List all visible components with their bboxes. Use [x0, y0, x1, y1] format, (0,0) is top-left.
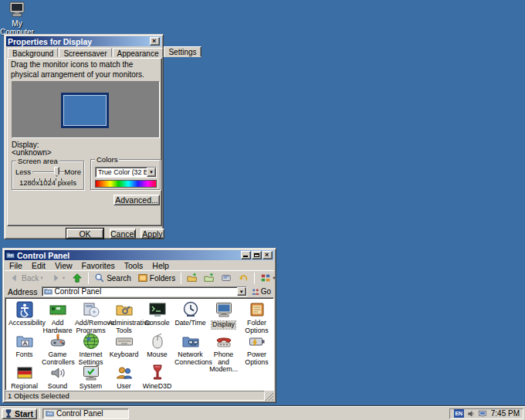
go-button[interactable]: Go: [249, 286, 273, 297]
toolbar-separator: [181, 273, 181, 284]
resize-grip[interactable]: [265, 392, 274, 401]
item-label: Date/Time: [174, 320, 207, 327]
control-panel-item-add-hardware[interactable]: Add Hardware: [41, 300, 74, 332]
slider-more-label: More: [64, 168, 81, 176]
resolution-slider[interactable]: [32, 166, 65, 178]
menu-favorites[interactable]: Favorites: [77, 261, 120, 270]
taskbar: Start Control Panel EN 7:45 PM: [0, 406, 525, 420]
cancel-button[interactable]: Cancel: [110, 229, 136, 239]
control-panel-item-internet-settings[interactable]: Internet Settings: [74, 332, 107, 364]
regional-options-icon: [15, 364, 34, 382]
monitor-arrangement-preview[interactable]: [12, 81, 160, 138]
close-button[interactable]: ×: [150, 37, 160, 46]
menu-edit[interactable]: Edit: [27, 261, 50, 270]
address-input[interactable]: Control Panel ▼: [42, 286, 247, 296]
tab-screensaver[interactable]: Screensaver: [59, 48, 111, 57]
control-panel-item-admin-tools[interactable]: Administrative Tools: [107, 300, 141, 332]
language-indicator[interactable]: EN: [454, 409, 464, 418]
colors-group: Colors True Color (32 Bit) ▼: [90, 159, 161, 190]
monitor-thumbnail[interactable]: [61, 93, 109, 128]
control-panel-item-mouse[interactable]: Mouse: [141, 332, 174, 364]
copy-to-icon: [204, 273, 215, 283]
task-button-control-panel[interactable]: Control Panel: [42, 408, 129, 419]
control-panel-item-regional-options[interactable]: Regional Options: [8, 364, 41, 391]
control-panel-item-wined3d-options[interactable]: WineD3D Options: [141, 364, 174, 391]
undo-button[interactable]: [235, 272, 252, 285]
item-label: System: [74, 383, 107, 391]
dialog-titlebar[interactable]: Properties for Display ×: [6, 36, 161, 46]
views-button[interactable]: ▼: [257, 272, 279, 285]
back-icon: [9, 273, 20, 283]
control-panel-item-network-connections[interactable]: Network Connections: [174, 332, 207, 364]
status-text: 1 Objects Selected: [5, 391, 265, 401]
slider-less-label: Less: [15, 168, 31, 176]
color-depth-select[interactable]: True Color (32 Bit) ▼: [95, 167, 157, 178]
back-button[interactable]: Back ▼: [6, 272, 47, 285]
menu-bar: FileEditViewFavoritesToolsHelp: [5, 261, 174, 270]
copy-to-button[interactable]: [201, 272, 218, 285]
start-button[interactable]: Start: [2, 408, 37, 419]
slider-thumb[interactable]: [54, 167, 59, 177]
control-panel-item-console[interactable]: Console: [141, 300, 174, 332]
display-value: <unknown>: [12, 148, 52, 157]
control-panel-item-user-accounts[interactable]: User Accounts: [107, 364, 141, 391]
control-panel-item-accessibility[interactable]: Accessibility: [8, 300, 41, 332]
control-panel-item-game-controllers[interactable]: Game Controllers: [41, 332, 74, 364]
my-computer-icon: [8, 0, 26, 19]
delete-button[interactable]: [218, 272, 235, 285]
item-label: Console: [141, 320, 174, 327]
folders-icon: [137, 273, 148, 283]
tab-appearance[interactable]: Appearance: [113, 48, 164, 57]
tab-background[interactable]: Background: [8, 48, 58, 57]
tab-settings[interactable]: Settings: [164, 46, 201, 57]
up-button[interactable]: [69, 272, 86, 285]
menu-help[interactable]: Help: [147, 261, 174, 270]
control-panel-item-add-remove-programs[interactable]: Add/Remove Programs: [74, 300, 107, 332]
ok-button[interactable]: OK: [66, 229, 103, 239]
dialog-title: Properties for Display: [8, 37, 149, 46]
folders-button[interactable]: Folders: [134, 272, 178, 285]
forward-button[interactable]: ▼: [47, 272, 69, 285]
control-panel-item-system[interactable]: System: [74, 364, 107, 391]
move-to-button[interactable]: [184, 272, 201, 285]
volume-icon[interactable]: [466, 409, 476, 418]
control-panel-item-fonts[interactable]: Fonts: [8, 332, 41, 364]
item-label: Phone and Modem...: [207, 351, 240, 374]
search-button[interactable]: Search: [91, 272, 134, 285]
minimize-button[interactable]: [241, 251, 251, 259]
screen-area-caption: Screen area: [16, 157, 59, 165]
menu-tools[interactable]: Tools: [120, 261, 148, 270]
desktop: My Computer Properties for Display × Bac…: [0, 0, 525, 420]
control-panel-item-sound-audio[interactable]: Sound and Audio...: [41, 364, 74, 391]
control-panel-item-phone-modem[interactable]: Phone and Modem...: [207, 332, 240, 364]
up-icon: [72, 273, 83, 283]
folder-view: AccessibilityAdd HardwareAdd/Remove Prog…: [5, 297, 274, 391]
chevron-down-icon[interactable]: ▼: [147, 168, 156, 177]
advanced-button[interactable]: Advanced...: [113, 195, 160, 205]
control-panel-item-keyboard[interactable]: Keyboard: [107, 332, 141, 364]
chevron-down-icon[interactable]: ▼: [237, 287, 246, 296]
menu-view[interactable]: View: [50, 261, 77, 270]
network-connections-icon: [181, 332, 200, 351]
sound-audio-icon: [49, 364, 67, 382]
window-titlebar[interactable]: Control Panel ×: [5, 250, 274, 260]
close-icon: ×: [152, 37, 156, 45]
close-button[interactable]: ×: [262, 251, 273, 259]
control-panel-item-datetime[interactable]: Date/Time: [174, 300, 207, 332]
keyboard-icon: [115, 332, 134, 351]
menu-file[interactable]: File: [5, 261, 27, 270]
item-label: Mouse: [141, 351, 174, 359]
search-icon: [94, 273, 105, 283]
task-label: Control Panel: [56, 409, 103, 418]
folder-options-icon: [248, 300, 266, 319]
maximize-button[interactable]: [252, 251, 262, 259]
desktop-icon-my-computer[interactable]: My Computer: [0, 0, 34, 36]
settings-tab-page: Drag the monitor icons to match the phys…: [7, 58, 162, 226]
control-panel-item-folder-options[interactable]: Folder Options: [240, 300, 273, 332]
apply-button[interactable]: Apply: [141, 229, 164, 239]
clock[interactable]: 7:45 PM: [489, 409, 520, 418]
display-tray-icon[interactable]: [478, 409, 487, 418]
control-panel-window-icon: [6, 251, 15, 259]
control-panel-item-power-options[interactable]: Power Options: [240, 332, 273, 364]
control-panel-item-display[interactable]: Display: [207, 300, 240, 332]
